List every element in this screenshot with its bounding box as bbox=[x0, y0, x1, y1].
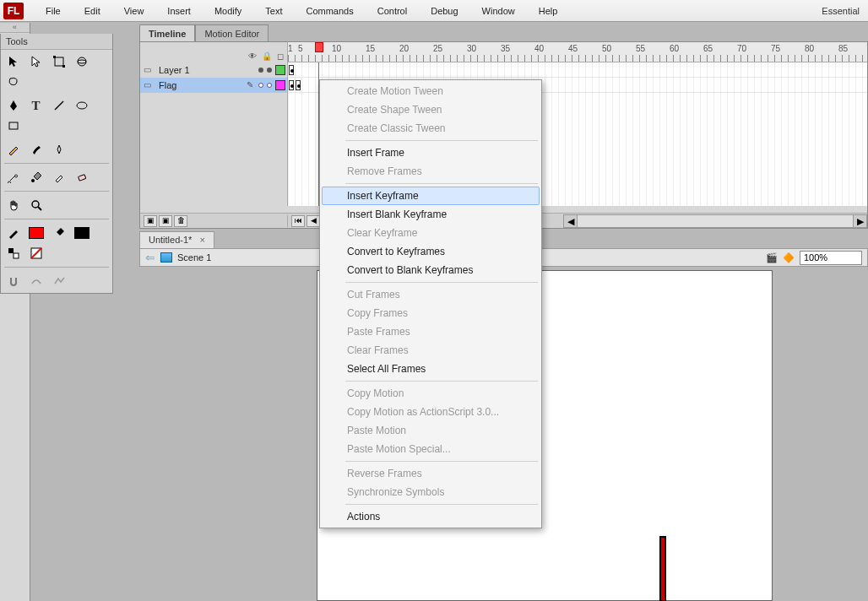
snap-option-icon[interactable] bbox=[3, 272, 24, 290]
selection-tool[interactable] bbox=[3, 52, 24, 71]
hand-tool[interactable] bbox=[3, 196, 24, 214]
smooth-option-icon[interactable] bbox=[25, 272, 46, 290]
menu-commands[interactable]: Commands bbox=[294, 2, 365, 20]
lasso-tool[interactable] bbox=[3, 73, 24, 91]
layer-name[interactable]: Layer 1 bbox=[155, 65, 255, 75]
ctx-clear-keyframe[interactable]: Clear Keyframe bbox=[322, 224, 540, 242]
rectangle-tool[interactable] bbox=[3, 116, 24, 135]
playhead-icon[interactable] bbox=[315, 42, 323, 52]
ctx-copy-motion[interactable]: Copy Motion bbox=[322, 384, 540, 403]
ctx-copy-motion-as3[interactable]: Copy Motion as ActionScript 3.0... bbox=[322, 403, 540, 421]
fill-color-tool[interactable] bbox=[48, 224, 69, 242]
ctx-create-motion-tween[interactable]: Create Motion Tween bbox=[322, 82, 540, 100]
ctx-select-all-frames[interactable]: Select All Frames bbox=[322, 360, 540, 378]
pencil-tool[interactable] bbox=[3, 140, 24, 159]
pen-tool[interactable] bbox=[3, 96, 24, 115]
3d-rotation-tool[interactable] bbox=[71, 52, 92, 71]
menu-window[interactable]: Window bbox=[470, 2, 527, 20]
keyframe-icon[interactable] bbox=[296, 80, 301, 90]
timeline-scrollbar[interactable]: ◀ ▶ bbox=[563, 214, 867, 228]
edit-symbols-icon[interactable]: 🔶 bbox=[783, 252, 795, 263]
workspace-switcher[interactable]: Essential bbox=[822, 6, 868, 16]
layer-row[interactable]: ▭ Flag ✎ bbox=[140, 78, 287, 93]
ctx-insert-blank-keyframe[interactable]: Insert Blank Keyframe bbox=[322, 205, 540, 224]
back-arrow-icon[interactable]: ⇐ bbox=[145, 251, 155, 264]
no-color-icon[interactable] bbox=[25, 244, 46, 263]
menu-modify[interactable]: Modify bbox=[203, 2, 253, 20]
oval-tool[interactable] bbox=[71, 96, 92, 115]
layer-visibility-dot[interactable] bbox=[258, 83, 263, 88]
brush-tool[interactable] bbox=[25, 140, 46, 159]
ctx-insert-frame[interactable]: Insert Frame bbox=[322, 143, 540, 162]
stroke-color-tool[interactable] bbox=[3, 224, 24, 242]
ctx-paste-motion[interactable]: Paste Motion bbox=[322, 421, 540, 440]
fill-swatch[interactable] bbox=[71, 224, 92, 242]
tab-motion-editor[interactable]: Motion Editor bbox=[195, 24, 269, 42]
swap-colors-icon[interactable] bbox=[3, 244, 24, 263]
layer-visibility-dot[interactable] bbox=[258, 68, 263, 73]
layer-row[interactable]: ▭ Layer 1 bbox=[140, 62, 287, 78]
ctx-paste-motion-special[interactable]: Paste Motion Special... bbox=[322, 440, 540, 458]
stroke-swatch[interactable] bbox=[25, 224, 46, 242]
zoom-input[interactable] bbox=[800, 251, 862, 265]
scroll-right-icon[interactable]: ▶ bbox=[853, 215, 866, 227]
close-icon[interactable]: × bbox=[199, 235, 204, 245]
ctx-remove-frames[interactable]: Remove Frames bbox=[322, 162, 540, 181]
free-transform-tool[interactable] bbox=[48, 52, 69, 71]
ctx-create-shape-tween[interactable]: Create Shape Tween bbox=[322, 100, 540, 119]
text-tool[interactable]: T bbox=[25, 96, 46, 115]
layer-name[interactable]: Flag bbox=[155, 80, 241, 90]
paint-bucket-tool[interactable] bbox=[25, 168, 46, 187]
menu-insert[interactable]: Insert bbox=[155, 2, 203, 20]
menu-control[interactable]: Control bbox=[366, 2, 419, 20]
layer-lock-dot[interactable] bbox=[267, 83, 272, 88]
keyframe-icon[interactable] bbox=[289, 65, 294, 75]
tab-timeline[interactable]: Timeline bbox=[139, 24, 195, 42]
layer-lock-dot[interactable] bbox=[267, 68, 272, 73]
line-tool[interactable] bbox=[48, 96, 69, 115]
frame-ruler[interactable]: 1 5 10 15 20 25 30 35 40 45 50 55 60 65 … bbox=[288, 42, 867, 62]
stage-object-flagpole[interactable] bbox=[659, 536, 666, 601]
ctx-cut-frames[interactable]: Cut Frames bbox=[322, 285, 540, 304]
document-tab[interactable]: Untitled-1* × bbox=[139, 231, 214, 248]
straighten-option-icon[interactable] bbox=[48, 272, 69, 290]
ruler-tick: 45 bbox=[568, 44, 602, 53]
ctx-reverse-frames[interactable]: Reverse Frames bbox=[322, 464, 540, 483]
delete-layer-button[interactable]: 🗑 bbox=[174, 215, 187, 227]
scroll-left-icon[interactable]: ◀ bbox=[564, 215, 578, 227]
ctx-convert-to-blank-keyframes[interactable]: Convert to Blank Keyframes bbox=[322, 261, 540, 279]
ctx-synchronize-symbols[interactable]: Synchronize Symbols bbox=[322, 483, 540, 501]
new-layer-button[interactable]: ▣ bbox=[144, 215, 157, 227]
menu-debug[interactable]: Debug bbox=[419, 2, 469, 20]
ctx-insert-keyframe[interactable]: Insert Keyframe bbox=[322, 187, 540, 205]
ctx-actions[interactable]: Actions bbox=[322, 507, 540, 526]
eye-icon[interactable]: 👁 bbox=[248, 51, 257, 61]
step-back-button[interactable]: ◀ bbox=[307, 215, 320, 227]
goto-first-button[interactable]: ⏮ bbox=[291, 215, 305, 227]
subselection-tool[interactable] bbox=[25, 52, 46, 71]
zoom-tool[interactable] bbox=[25, 196, 46, 214]
eraser-tool[interactable] bbox=[71, 168, 92, 187]
menu-edit[interactable]: Edit bbox=[73, 2, 112, 20]
menu-file[interactable]: File bbox=[34, 2, 73, 20]
menu-help[interactable]: Help bbox=[527, 2, 570, 20]
ctx-paste-frames[interactable]: Paste Frames bbox=[322, 322, 540, 341]
menu-text[interactable]: Text bbox=[253, 2, 294, 20]
ctx-copy-frames[interactable]: Copy Frames bbox=[322, 304, 540, 322]
menu-view[interactable]: View bbox=[112, 2, 156, 20]
edit-scene-icon[interactable]: 🎬 bbox=[766, 252, 778, 263]
lock-icon[interactable]: 🔒 bbox=[262, 51, 272, 61]
deco-tool[interactable] bbox=[48, 140, 69, 159]
layer-outline-swatch[interactable] bbox=[275, 65, 285, 75]
new-folder-button[interactable]: ▣ bbox=[159, 215, 172, 227]
tools-collapse-toggle[interactable]: « bbox=[0, 23, 30, 33]
bone-tool[interactable] bbox=[3, 168, 24, 187]
eyedropper-tool[interactable] bbox=[48, 168, 69, 187]
ctx-clear-frames[interactable]: Clear Frames bbox=[322, 341, 540, 360]
keyframe-icon[interactable] bbox=[289, 80, 294, 90]
layer-outline-swatch[interactable] bbox=[275, 80, 285, 90]
outline-icon[interactable]: ◻ bbox=[277, 51, 284, 61]
frame-row[interactable] bbox=[288, 62, 867, 78]
ctx-convert-to-keyframes[interactable]: Convert to Keyframes bbox=[322, 242, 540, 261]
ctx-create-classic-tween[interactable]: Create Classic Tween bbox=[322, 119, 540, 138]
